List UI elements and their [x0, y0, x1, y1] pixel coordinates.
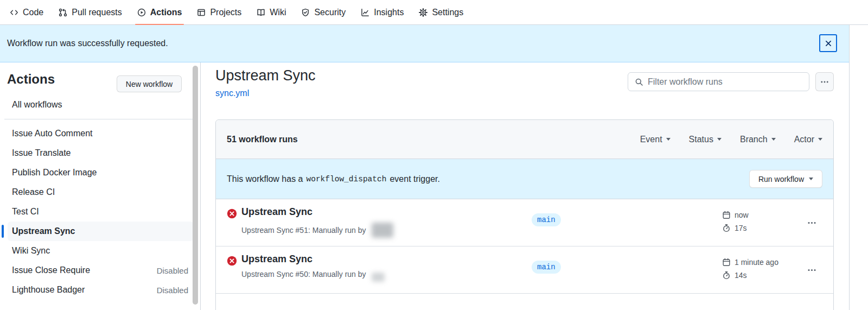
- run-time: now: [735, 211, 749, 219]
- tab-pull-requests[interactable]: Pull requests: [53, 0, 127, 24]
- close-icon: [824, 39, 833, 48]
- filter-workflow-runs-input[interactable]: [648, 77, 802, 87]
- tab-settings[interactable]: Settings: [413, 0, 469, 24]
- tab-label: Projects: [210, 8, 241, 17]
- redacted-username: [372, 223, 393, 238]
- chevron-down-icon: [666, 138, 671, 141]
- status-filter-dropdown[interactable]: Status: [689, 135, 722, 144]
- run-time: 1 minute ago: [735, 258, 778, 267]
- disabled-badge: Disabled: [157, 266, 188, 275]
- chevron-down-icon: [717, 138, 722, 141]
- search-icon: [635, 78, 643, 86]
- tab-security[interactable]: Security: [296, 0, 351, 24]
- stopwatch-icon: [722, 224, 731, 232]
- graph-icon: [361, 8, 369, 17]
- workflow-run-row: Upstream Sync Upstream Sync #51: Manuall…: [216, 199, 833, 246]
- kebab-icon: [820, 78, 829, 86]
- sidebar-item-all-workflows[interactable]: All workflows: [8, 95, 194, 115]
- tab-code[interactable]: Code: [4, 0, 49, 24]
- table-icon: [197, 8, 206, 17]
- run-options-button[interactable]: [803, 214, 820, 231]
- sidebar-item-lighthouse-badger[interactable]: Lighthouse Badger Disabled: [8, 280, 194, 300]
- kebab-icon: [807, 218, 816, 227]
- tab-label: Settings: [432, 8, 463, 17]
- sidebar-item-wiki-sync[interactable]: Wiki Sync: [8, 241, 194, 261]
- flash-message: Workflow run was successfully requested.: [7, 39, 168, 48]
- sidebar-item-issue-close-require[interactable]: Issue Close Require Disabled: [8, 261, 194, 280]
- run-title-link[interactable]: Upstream Sync: [241, 206, 312, 218]
- workflow-dispatch-code: workflow_dispatch: [307, 175, 387, 184]
- tab-insights[interactable]: Insights: [355, 0, 409, 24]
- workflow-runs-card: 51 workflow runs Event Status Branch Act…: [215, 119, 834, 310]
- tab-label: Pull requests: [72, 8, 122, 17]
- tab-projects[interactable]: Projects: [192, 0, 247, 24]
- code-icon: [10, 8, 18, 17]
- tab-actions[interactable]: Actions: [132, 0, 188, 24]
- branch-filter-dropdown[interactable]: Branch: [740, 135, 776, 144]
- play-icon: [137, 8, 146, 17]
- actions-sidebar: Actions New workflow All workflows Issue…: [0, 62, 201, 310]
- sidebar-item-issue-translate[interactable]: Issue Translate: [8, 143, 194, 163]
- branch-badge[interactable]: main: [532, 261, 561, 274]
- flash-close-button[interactable]: [819, 34, 837, 52]
- sidebar-item-upstream-sync[interactable]: Upstream Sync: [8, 222, 194, 241]
- run-duration: 14s: [735, 271, 747, 280]
- workflow-file-link[interactable]: sync.yml: [215, 88, 249, 98]
- book-icon: [257, 8, 265, 17]
- run-description: Upstream Sync #50: Manually run by: [241, 270, 385, 282]
- calendar-icon: [722, 258, 731, 267]
- branch-badge[interactable]: main: [532, 213, 561, 226]
- workflow-run-row: Upstream Sync Upstream Sync #50: Manuall…: [216, 246, 833, 294]
- event-filter-dropdown[interactable]: Event: [640, 135, 671, 144]
- workflow-dispatch-notice: This workflow has a workflow_dispatch ev…: [216, 159, 833, 199]
- redacted-username: [372, 273, 385, 282]
- tab-wiki[interactable]: Wiki: [251, 0, 291, 24]
- tab-label: Security: [314, 8, 346, 17]
- git-pull-request-icon: [59, 8, 67, 17]
- actor-filter-dropdown[interactable]: Actor: [794, 135, 822, 144]
- tab-label: Code: [23, 8, 43, 17]
- repo-tab-nav: Code Pull requests Actions Projects Wiki…: [0, 0, 868, 25]
- calendar-icon: [722, 211, 731, 219]
- run-meta: now 17s: [722, 209, 749, 235]
- workflow-runs-count: 51 workflow runs: [227, 135, 298, 144]
- flash-banner: Workflow run was successfully requested.: [0, 25, 849, 62]
- run-duration: 17s: [735, 224, 747, 232]
- sidebar-divider: [4, 119, 196, 119]
- workflow-more-options-button[interactable]: [815, 72, 834, 91]
- tab-label: Wiki: [270, 8, 286, 17]
- run-title-link[interactable]: Upstream Sync: [241, 254, 312, 265]
- chevron-down-icon: [809, 178, 813, 180]
- run-description: Upstream Sync #51: Manually run by: [241, 223, 393, 238]
- sidebar-scrollbar-thumb[interactable]: [193, 66, 198, 305]
- runs-card-header: 51 workflow runs Event Status Branch Act…: [216, 120, 833, 159]
- failure-x-circle-icon: [227, 256, 237, 266]
- page-title: Upstream Sync: [215, 67, 316, 84]
- gear-icon: [419, 8, 427, 17]
- sidebar-item-release-ci[interactable]: Release CI: [8, 182, 194, 202]
- kebab-icon: [807, 265, 816, 275]
- sidebar-item-issue-auto-comment[interactable]: Issue Auto Comment: [8, 124, 194, 143]
- tab-label: Insights: [374, 8, 404, 17]
- filter-workflow-runs-box: [628, 72, 809, 91]
- workflow-runs-main: Upstream Sync sync.yml 51 workflow runs …: [201, 62, 849, 310]
- run-meta: 1 minute ago 14s: [722, 256, 778, 282]
- sidebar-item-publish-docker-image[interactable]: Publish Docker Image: [8, 163, 194, 182]
- run-options-button[interactable]: [803, 262, 820, 278]
- disabled-badge: Disabled: [157, 286, 188, 295]
- run-workflow-button[interactable]: Run workflow: [749, 170, 822, 188]
- chevron-down-icon: [818, 138, 822, 141]
- page-scrollbar-gutter: [849, 25, 868, 310]
- stopwatch-icon: [722, 271, 731, 280]
- shield-icon: [301, 8, 310, 17]
- new-workflow-button[interactable]: New workflow: [117, 75, 182, 92]
- failure-x-circle-icon: [227, 208, 237, 219]
- chevron-down-icon: [771, 138, 776, 141]
- sidebar-item-test-ci[interactable]: Test CI: [8, 202, 194, 222]
- tab-label: Actions: [150, 8, 182, 17]
